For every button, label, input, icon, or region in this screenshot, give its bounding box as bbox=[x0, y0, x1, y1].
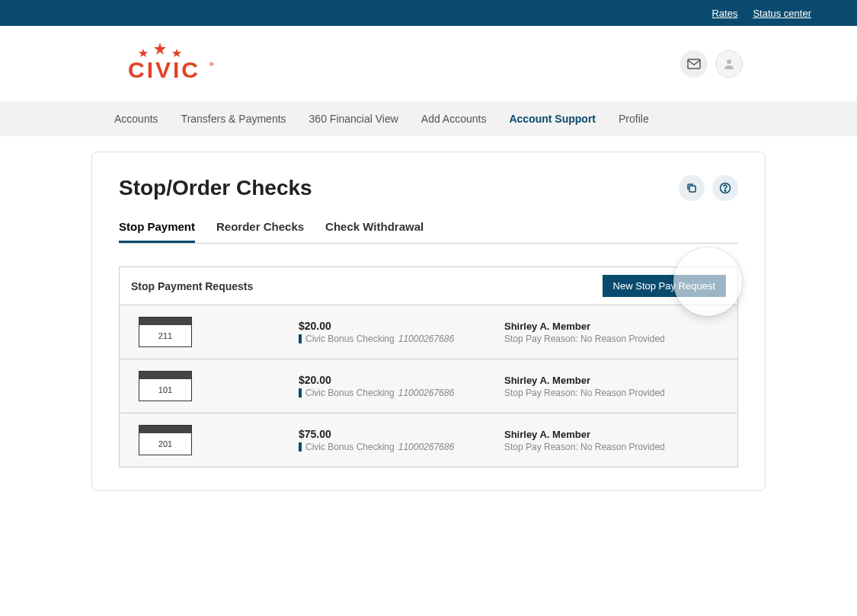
tab-check-withdrawal[interactable]: Check Withdrawal bbox=[325, 220, 424, 243]
svg-point-7 bbox=[727, 59, 731, 64]
copy-icon bbox=[686, 182, 698, 194]
stop-pay-reason: Stop Pay Reason: No Reason Provided bbox=[504, 388, 726, 398]
section-title: Stop Payment Requests bbox=[131, 280, 253, 292]
page-title: Stop/Order Checks bbox=[119, 176, 312, 200]
nav-account-support[interactable]: Account Support bbox=[509, 113, 596, 125]
member-column: Shirley A. Member Stop Pay Reason: No Re… bbox=[504, 321, 726, 344]
amount: $75.00 bbox=[299, 428, 489, 440]
check-icon: 211 bbox=[139, 317, 192, 347]
rates-link[interactable]: Rates bbox=[712, 8, 737, 19]
status-center-link[interactable]: Status center bbox=[753, 8, 811, 19]
account-bar-icon bbox=[299, 388, 302, 397]
nav-accounts[interactable]: Accounts bbox=[114, 113, 158, 125]
amount: $20.00 bbox=[299, 320, 489, 332]
account-name: Civic Bonus Checking bbox=[305, 442, 395, 452]
content-wrapper: Stop/Order Checks St bbox=[0, 136, 857, 506]
account-bar-icon bbox=[299, 334, 302, 343]
svg-marker-1 bbox=[139, 49, 148, 57]
top-bar: Rates Status center bbox=[0, 0, 857, 26]
nav-360-financial-view[interactable]: 360 Financial View bbox=[309, 113, 398, 125]
stop-payment-section: Stop Payment Requests New Stop Pay Reque… bbox=[119, 267, 738, 468]
request-row[interactable]: 101 $20.00 Civic Bonus Checking 11000267… bbox=[120, 359, 737, 413]
check-number: 201 bbox=[139, 433, 191, 455]
account-number: 11000267686 bbox=[398, 334, 454, 344]
page-header: Stop/Order Checks bbox=[119, 175, 738, 201]
mail-icon-button[interactable] bbox=[680, 50, 708, 78]
stop-pay-reason: Stop Pay Reason: No Reason Provided bbox=[504, 442, 726, 452]
nav-add-accounts[interactable]: Add Accounts bbox=[421, 113, 487, 125]
amount-column: $75.00 Civic Bonus Checking 11000267686 bbox=[299, 428, 489, 452]
help-icon bbox=[719, 182, 731, 194]
amount-column: $20.00 Civic Bonus Checking 11000267686 bbox=[299, 320, 489, 344]
request-row[interactable]: 211 $20.00 Civic Bonus Checking 11000267… bbox=[120, 305, 737, 359]
copy-button[interactable] bbox=[679, 175, 705, 201]
nav-bar: Accounts Transfers & Payments 360 Financ… bbox=[0, 101, 857, 136]
tab-reorder-checks[interactable]: Reorder Checks bbox=[216, 220, 304, 243]
account-name: Civic Bonus Checking bbox=[305, 334, 395, 344]
logo[interactable]: CIVIC R bbox=[114, 41, 221, 86]
account-bar-icon bbox=[299, 442, 302, 452]
amount: $20.00 bbox=[299, 374, 489, 386]
member-name: Shirley A. Member bbox=[504, 429, 726, 440]
member-name: Shirley A. Member bbox=[504, 375, 726, 386]
svg-point-10 bbox=[724, 190, 725, 191]
header: CIVIC R bbox=[0, 26, 857, 101]
check-number: 211 bbox=[139, 325, 191, 346]
member-column: Shirley A. Member Stop Pay Reason: No Re… bbox=[504, 429, 726, 452]
nav-profile[interactable]: Profile bbox=[619, 113, 649, 125]
check-number: 101 bbox=[139, 379, 191, 401]
check-icon: 101 bbox=[139, 371, 192, 401]
tabs: Stop Payment Reorder Checks Check Withdr… bbox=[119, 220, 738, 244]
page-actions bbox=[679, 175, 738, 201]
nav-transfers-payments[interactable]: Transfers & Payments bbox=[181, 113, 286, 125]
member-column: Shirley A. Member Stop Pay Reason: No Re… bbox=[504, 375, 726, 398]
tab-stop-payment[interactable]: Stop Payment bbox=[119, 220, 195, 243]
account-number: 11000267686 bbox=[398, 388, 454, 398]
section-header: Stop Payment Requests New Stop Pay Reque… bbox=[120, 267, 737, 305]
card: Stop/Order Checks St bbox=[91, 152, 766, 491]
svg-rect-8 bbox=[689, 186, 696, 192]
svg-rect-6 bbox=[688, 59, 700, 69]
account-name: Civic Bonus Checking bbox=[305, 388, 395, 398]
header-icons bbox=[680, 50, 743, 78]
stop-pay-reason: Stop Pay Reason: No Reason Provided bbox=[504, 334, 726, 344]
svg-marker-0 bbox=[154, 43, 166, 55]
svg-text:CIVIC: CIVIC bbox=[128, 57, 200, 82]
section-wrapper: Stop Payment Requests New Stop Pay Reque… bbox=[119, 267, 738, 468]
help-button[interactable] bbox=[712, 175, 738, 201]
member-name: Shirley A. Member bbox=[504, 321, 726, 332]
request-row[interactable]: 201 $75.00 Civic Bonus Checking 11000267… bbox=[120, 413, 737, 467]
account-number: 11000267686 bbox=[398, 442, 454, 452]
svg-marker-2 bbox=[172, 49, 181, 57]
profile-icon-button[interactable] bbox=[715, 50, 743, 78]
profile-icon bbox=[723, 58, 735, 70]
check-icon: 201 bbox=[139, 425, 192, 455]
amount-column: $20.00 Civic Bonus Checking 11000267686 bbox=[299, 374, 489, 398]
new-stop-pay-request-button[interactable]: New Stop Pay Request bbox=[603, 275, 726, 297]
mail-icon bbox=[687, 59, 701, 69]
svg-text:R: R bbox=[210, 62, 213, 66]
